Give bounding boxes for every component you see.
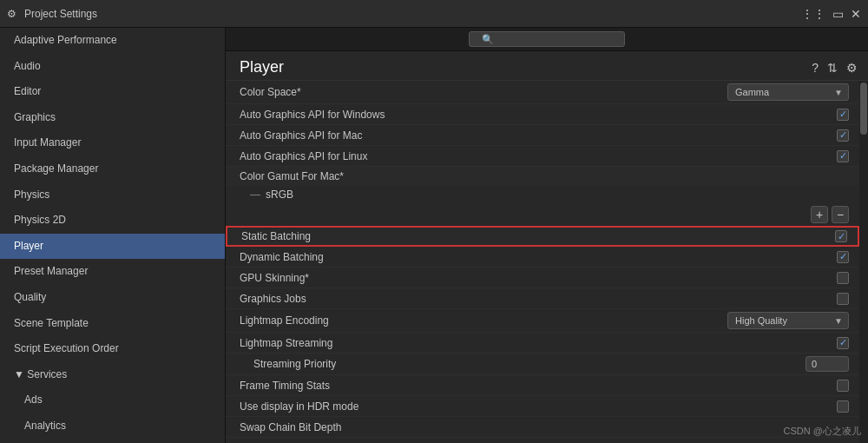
sidebar-item-analytics[interactable]: Analytics: [0, 413, 225, 440]
remove-button[interactable]: −: [832, 206, 849, 223]
close-button[interactable]: ✕: [851, 8, 861, 20]
settings-button[interactable]: ⚙: [846, 61, 858, 75]
static-batching-value: [835, 230, 847, 242]
scrollbar[interactable]: [859, 81, 868, 443]
player-actions: ? ⇅ ⚙: [812, 61, 858, 75]
swap-chain-label: Swap Chain Bit Depth: [240, 421, 849, 433]
srgb-dash: —: [250, 188, 260, 201]
auto-graphics-windows-label: Auto Graphics API for Windows: [240, 109, 837, 121]
sidebar-item-adaptive-performance[interactable]: Adaptive Performance: [0, 28, 225, 54]
frame-timing-stats-row: Frame Timing Stats: [226, 375, 859, 396]
main-layout: Adaptive Performance Audio Editor Graphi…: [0, 28, 868, 443]
watermark: CSDN @心之凌儿: [784, 425, 861, 438]
graphics-jobs-checkbox[interactable]: [837, 293, 849, 305]
gpu-skinning-checkbox[interactable]: [837, 272, 849, 284]
dynamic-batching-label: Dynamic Batching: [240, 251, 837, 263]
srgb-item: — sRGB: [226, 186, 859, 203]
sidebar-item-input-manager[interactable]: Input Manager: [0, 130, 225, 156]
dynamic-batching-checkbox[interactable]: [837, 251, 849, 263]
sidebar-item-editor[interactable]: Editor: [0, 79, 225, 105]
chevron-down-icon: ▼: [834, 316, 843, 326]
window-title: Project Settings: [24, 8, 97, 20]
restore-button[interactable]: ▭: [832, 8, 844, 20]
gpu-skinning-row: GPU Skinning*: [226, 268, 859, 288]
gpu-skinning-value: [837, 272, 849, 284]
static-batching-row: Static Batching: [226, 226, 859, 247]
auto-graphics-linux-value: [837, 150, 849, 162]
scrollbar-thumb[interactable]: [860, 83, 867, 135]
streaming-priority-value: [806, 356, 849, 372]
search-bar: 🔍: [226, 28, 868, 51]
auto-graphics-windows-checkbox[interactable]: [837, 109, 849, 121]
lightmap-streaming-row: Lightmap Streaming: [226, 333, 859, 354]
lightmap-encoding-text: High Quality: [735, 315, 787, 326]
lightmap-encoding-dropdown[interactable]: High Quality ▼: [727, 312, 849, 329]
sidebar-item-scene-template[interactable]: Scene Template: [0, 311, 225, 337]
graphics-jobs-value: [837, 293, 849, 305]
static-batching-label: Static Batching: [241, 230, 835, 242]
sidebar-item-quality[interactable]: Quality: [0, 285, 225, 311]
auto-graphics-windows-value: [837, 109, 849, 121]
color-gamut-section: Color Gamut For Mac*: [226, 167, 859, 186]
sidebar-item-player[interactable]: Player: [0, 234, 225, 260]
add-button[interactable]: +: [811, 206, 828, 223]
frame-timing-stats-checkbox[interactable]: [837, 380, 849, 392]
srgb-label: sRGB: [266, 188, 293, 201]
content-area: 🔍 Player ? ⇅ ⚙ Color Space* Gamma: [226, 28, 868, 443]
lightmap-streaming-checkbox[interactable]: [837, 337, 849, 349]
sidebar-item-physics[interactable]: Physics: [0, 182, 225, 208]
color-space-value: Gamma ▼: [727, 83, 849, 101]
color-gamut-label: Color Gamut For Mac*: [240, 170, 344, 182]
streaming-priority-label: Streaming Priority: [240, 358, 806, 370]
content-scroll-area: Color Space* Gamma ▼ Auto Graphics API f…: [226, 81, 868, 443]
hdr-mode-value: [837, 400, 849, 413]
graphics-jobs-label: Graphics Jobs: [240, 293, 837, 305]
lightmap-streaming-label: Lightmap Streaming: [240, 337, 837, 349]
page-title: Player: [240, 58, 284, 76]
sidebar: Adaptive Performance Audio Editor Graphi…: [0, 28, 226, 443]
sidebar-item-package-manager[interactable]: Package Manager: [0, 156, 225, 182]
sidebar-item-cloud-build[interactable]: Cloud Build: [0, 440, 225, 444]
menu-icon[interactable]: ⋮⋮: [801, 8, 825, 20]
search-icon: 🔍: [482, 34, 494, 45]
dynamic-batching-row: Dynamic Batching: [226, 247, 859, 268]
add-remove-row: + −: [226, 203, 859, 226]
player-header: Player ? ⇅ ⚙: [226, 51, 868, 81]
sidebar-item-graphics[interactable]: Graphics: [0, 105, 225, 131]
layout-button[interactable]: ⇅: [827, 61, 838, 75]
sidebar-item-preset-manager[interactable]: Preset Manager: [0, 259, 225, 285]
swap-chain-row: Swap Chain Bit Depth: [226, 417, 859, 438]
streaming-priority-input[interactable]: [806, 356, 849, 372]
frame-timing-stats-label: Frame Timing Stats: [240, 380, 837, 392]
auto-graphics-mac-row: Auto Graphics API for Mac: [226, 125, 859, 146]
window-controls: ⋮⋮ ▭ ✕: [801, 8, 861, 20]
dynamic-batching-value: [837, 251, 849, 263]
sidebar-item-script-execution-order[interactable]: Script Execution Order: [0, 336, 225, 362]
sidebar-item-services[interactable]: ▼ Services: [0, 362, 225, 388]
hdr-mode-checkbox[interactable]: [837, 400, 849, 413]
auto-graphics-mac-value: [837, 129, 849, 142]
settings-content: Color Space* Gamma ▼ Auto Graphics API f…: [226, 81, 859, 443]
title-bar: ⚙ Project Settings ⋮⋮ ▭ ✕: [0, 0, 868, 28]
auto-graphics-linux-label: Auto Graphics API for Linux: [240, 150, 837, 162]
sidebar-item-ads[interactable]: Ads: [0, 387, 225, 413]
hdr-mode-row: Use display in HDR mode: [226, 396, 859, 417]
color-space-label: Color Space*: [240, 86, 727, 98]
auto-graphics-mac-label: Auto Graphics API for Mac: [240, 129, 837, 142]
color-space-row: Color Space* Gamma ▼: [226, 81, 859, 104]
auto-graphics-linux-checkbox[interactable]: [837, 150, 849, 162]
help-button[interactable]: ?: [812, 61, 819, 75]
lightmap-encoding-label: Lightmap Encoding: [240, 314, 727, 327]
auto-graphics-mac-checkbox[interactable]: [837, 129, 849, 142]
static-batching-checkbox[interactable]: [835, 230, 847, 242]
graphics-jobs-row: Graphics Jobs: [226, 288, 859, 309]
sidebar-item-audio[interactable]: Audio: [0, 54, 225, 80]
lightmap-streaming-value: [837, 337, 849, 349]
color-space-dropdown[interactable]: Gamma ▼: [727, 83, 849, 101]
color-space-dropdown-text: Gamma: [735, 87, 769, 97]
frame-timing-stats-value: [837, 380, 849, 392]
sidebar-item-physics-2d[interactable]: Physics 2D: [0, 208, 225, 234]
auto-graphics-linux-row: Auto Graphics API for Linux: [226, 146, 859, 167]
lightmap-encoding-row: Lightmap Encoding High Quality ▼: [226, 309, 859, 333]
streaming-priority-row: Streaming Priority: [226, 354, 859, 375]
